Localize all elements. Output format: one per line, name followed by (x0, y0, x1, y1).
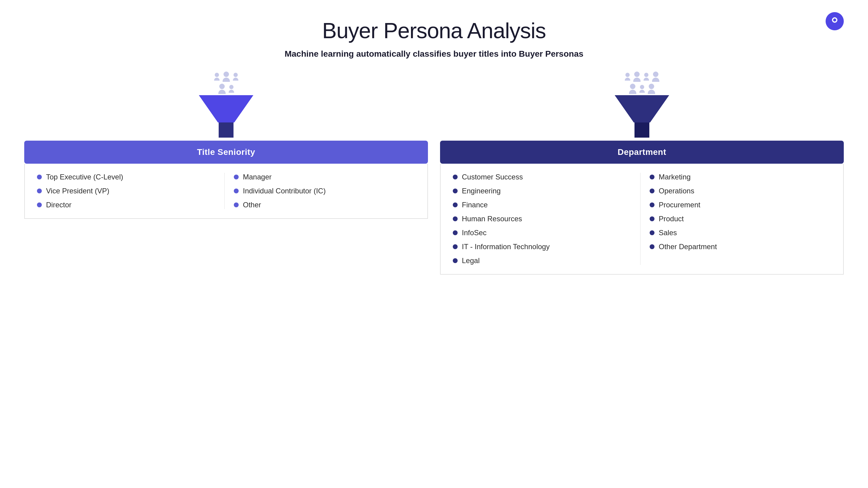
list-item: Customer Success (453, 173, 634, 181)
item-label: Finance (462, 201, 488, 209)
bullet-dot (453, 189, 458, 193)
list-item: Marketing (650, 173, 831, 181)
person-icon (229, 85, 234, 93)
item-label: Customer Success (462, 173, 523, 181)
person-icon (648, 84, 655, 94)
list-item: Procurement (650, 201, 831, 209)
person-icon (625, 73, 630, 81)
bullet-dot (37, 189, 42, 193)
bullet-dot (453, 230, 458, 235)
item-label: IT - Information Technology (462, 242, 550, 251)
item-label: Operations (659, 187, 694, 195)
item-label: InfoSec (462, 229, 486, 237)
person-icon (223, 71, 230, 82)
person-icon (652, 71, 659, 82)
department-label: Department (618, 147, 666, 157)
bullet-dot (234, 202, 239, 207)
bullet-dot (650, 175, 654, 179)
item-label: Top Executive (C-Level) (46, 173, 123, 181)
right-funnel-shape (615, 95, 669, 138)
logo (826, 12, 844, 30)
department-column: Department Customer Success Engineering (440, 77, 844, 275)
item-label: Other (243, 201, 261, 209)
person-icon (214, 73, 220, 81)
title-seniority-column: Title Seniority Top Executive (C-Level) … (24, 77, 428, 275)
bullet-dot (453, 217, 458, 221)
right-funnel-graphic (615, 71, 669, 138)
list-item: Finance (453, 201, 634, 209)
list-item: Director (37, 201, 218, 209)
bullet-dot (37, 202, 42, 207)
person-icon (218, 84, 226, 94)
bullet-dot (453, 202, 458, 207)
item-label: Marketing (659, 173, 690, 181)
right-funnel-container (440, 77, 844, 138)
bullet-dot (37, 175, 42, 179)
person-icon (639, 85, 645, 93)
department-header: Department (440, 141, 844, 164)
page-header: Buyer Persona Analysis Machine learning … (24, 18, 844, 59)
left-funnel-container (24, 77, 428, 138)
bullet-dot (650, 230, 654, 235)
left-people-group (214, 71, 238, 94)
bullet-dot (234, 175, 239, 179)
item-label: Procurement (659, 201, 700, 209)
bullet-dot (234, 189, 239, 193)
bullet-dot (650, 244, 654, 249)
left-people-row-1 (214, 71, 238, 82)
department-left-items: Customer Success Engineering Finance Hum… (447, 173, 641, 265)
page-title: Buyer Persona Analysis (24, 18, 844, 43)
item-label: Human Resources (462, 214, 522, 223)
bullet-dot (453, 258, 458, 263)
list-item: Other (234, 201, 415, 209)
list-item: Manager (234, 173, 415, 181)
item-label: Engineering (462, 187, 501, 195)
title-seniority-items: Top Executive (C-Level) Vice President (… (24, 164, 428, 219)
left-funnel-stem (216, 122, 237, 138)
item-label: Sales (659, 229, 677, 237)
page-wrapper: Buyer Persona Analysis Machine learning … (0, 0, 868, 299)
item-label: Legal (462, 256, 480, 265)
bullet-dot (453, 175, 458, 179)
list-item: Engineering (453, 187, 634, 195)
title-seniority-left-items: Top Executive (C-Level) Vice President (… (31, 173, 225, 209)
title-seniority-label: Title Seniority (197, 147, 255, 157)
left-people-row-2 (218, 84, 234, 94)
bullet-dot (453, 244, 458, 249)
department-right-items: Marketing Operations Procurement Product (641, 173, 837, 265)
person-icon (633, 71, 641, 82)
item-label: Individual Contributor (IC) (243, 187, 326, 195)
department-items: Customer Success Engineering Finance Hum… (440, 164, 844, 275)
list-item: IT - Information Technology (453, 242, 634, 251)
title-seniority-right-items: Manager Individual Contributor (IC) Othe… (225, 173, 421, 209)
item-label: Manager (243, 173, 272, 181)
main-columns: Title Seniority Top Executive (C-Level) … (24, 77, 844, 275)
person-icon (233, 73, 238, 81)
person-icon (629, 84, 636, 94)
left-funnel-shape (199, 95, 253, 138)
person-icon (644, 73, 649, 81)
right-people-row-1 (625, 71, 659, 82)
svg-point-1 (833, 19, 836, 22)
list-item: Other Department (650, 242, 831, 251)
bullet-dot (650, 217, 654, 221)
list-item: Legal (453, 256, 634, 265)
list-item: Individual Contributor (IC) (234, 187, 415, 195)
bullet-dot (650, 189, 654, 193)
list-item: Human Resources (453, 214, 634, 223)
item-label: Vice President (VP) (46, 187, 109, 195)
right-funnel-stem (631, 122, 653, 138)
list-item: Product (650, 214, 831, 223)
logo-icon (826, 12, 844, 30)
title-seniority-header: Title Seniority (24, 141, 428, 164)
left-funnel-top (199, 95, 253, 122)
list-item: Sales (650, 229, 831, 237)
list-item: Operations (650, 187, 831, 195)
right-people-group (625, 71, 659, 94)
right-funnel-top (615, 95, 669, 122)
item-label: Product (659, 214, 684, 223)
page-subtitle: Machine learning automatically classifie… (24, 49, 844, 59)
right-people-row-2 (629, 84, 655, 94)
item-label: Other Department (659, 242, 717, 251)
item-label: Director (46, 201, 71, 209)
